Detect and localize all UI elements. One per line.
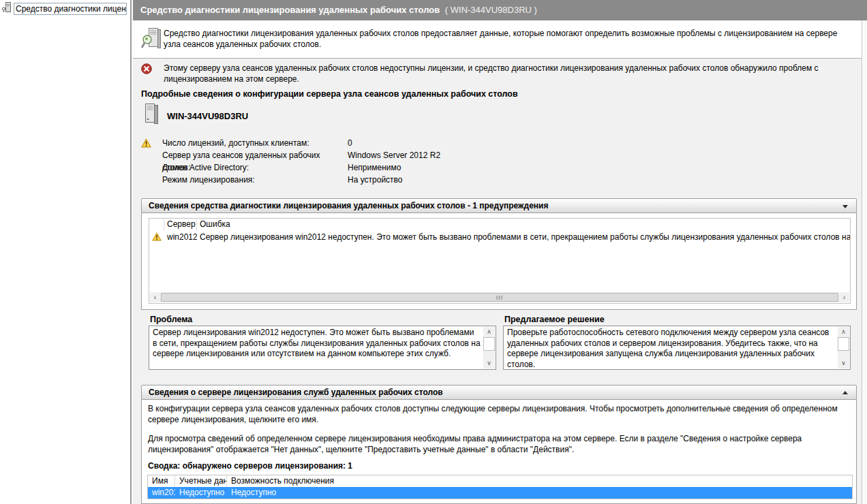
solution-textbox: Проверьте работоспособность сетевого под…	[503, 326, 851, 370]
problem-heading: Проблема	[150, 315, 192, 324]
prop-value: На устройство	[348, 174, 403, 186]
scrollbar-thumb[interactable]	[483, 337, 495, 351]
problem-textbox: Сервер лицензирования win2012 недоступен…	[149, 326, 496, 370]
console-tree-sidebar: Средство диагностики лиценз	[0, 0, 132, 504]
error-icon	[141, 63, 152, 76]
panel-title: Сведения средства диагностики лицензиров…	[149, 201, 548, 210]
cell-credentials: Недоступно	[175, 487, 227, 499]
license-server-panel-header[interactable]: Сведения о сервере лицензирования служб …	[141, 385, 857, 400]
table-row[interactable]: win2012 Сервер лицензирования win2012 не…	[149, 231, 850, 243]
prop-label: Домен Active Directory:	[162, 161, 348, 174]
column-header-name[interactable]: Имя	[148, 475, 175, 487]
scrollbar-thumb[interactable]: III	[161, 293, 838, 302]
problem-text: Сервер лицензирования win2012 недоступен…	[153, 328, 481, 360]
prop-label: Режим лицензирования:	[162, 174, 348, 186]
intro-panel: Средство диагностики лицензирования удал…	[133, 20, 862, 59]
license-summary: Сводка: обнаружено серверов лицензирован…	[148, 461, 352, 471]
diagnoser-tree-icon	[2, 2, 11, 15]
scroll-down-button[interactable]: ∨	[838, 358, 849, 368]
prop-row-licensing-mode: Режим лицензирования: На устройство	[141, 174, 577, 186]
prop-row-licenses: Число лицензий, доступных клиентам: 0	[141, 137, 577, 149]
error-banner: Этому серверу узла сеансов удаленных раб…	[141, 63, 857, 84]
column-header-credentials[interactable]: Учетные данные	[175, 475, 227, 487]
server-icon	[144, 103, 160, 127]
column-header-icon[interactable]	[149, 219, 164, 231]
prop-value: Неприменимо	[348, 161, 401, 174]
license-server-panel-body: В конфигурации сервера узла сеансов удал…	[141, 400, 857, 504]
prop-value: Windows Server 2012 R2	[348, 149, 440, 161]
solution-scrollbar: ∧ ∨	[838, 327, 849, 368]
diagnoser-info-panel-header[interactable]: Сведения средства диагностики лицензиров…	[141, 198, 857, 213]
content-header: Средство диагностики лицензирования удал…	[133, 0, 867, 20]
config-properties: Число лицензий, доступных клиентам: 0 Се…	[141, 137, 577, 186]
license-panel-paragraph-1: В конфигурации сервера узла сеансов удал…	[148, 404, 845, 425]
page-title: Средство диагностики лицензирования удал…	[140, 5, 440, 15]
problem-scrollbar: ∧ ∨	[483, 327, 495, 368]
tree-item-label: Средство диагностики лиценз	[14, 3, 127, 15]
chevron-up-icon	[842, 391, 848, 394]
license-servers-table-header: Имя Учетные данные Возможность подключен…	[148, 475, 852, 487]
page-title-server: ( WIN-344VU98D3RU )	[445, 5, 537, 15]
column-header-server[interactable]: Сервер	[164, 219, 197, 231]
chevron-down-icon	[842, 205, 848, 208]
cell-name: win2012	[148, 487, 175, 499]
column-header-error[interactable]: Ошибка	[197, 219, 850, 231]
license-servers-table: Имя Учетные данные Возможность подключен…	[147, 475, 853, 499]
diagnoser-server-search-icon	[140, 27, 162, 54]
warnings-table: Сервер Ошибка win2012 Сервер лицензирова…	[149, 218, 851, 304]
prop-value: 0	[348, 137, 352, 149]
solution-text: Проверьте работоспособность сетевого под…	[507, 328, 835, 370]
prop-label: Сервер узла сеансов удаленных рабочих ст…	[162, 149, 348, 161]
cell-error: Сервер лицензирования win2012 недоступен…	[197, 231, 850, 243]
diagnoser-info-panel-body: Сервер Ошибка win2012 Сервер лицензирова…	[141, 213, 857, 310]
config-section-heading: Подробные сведения о конфигурации сервер…	[141, 89, 518, 99]
vertical-scrollbar[interactable]	[862, 20, 867, 504]
prop-label: Число лицензий, доступных клиентам:	[162, 137, 348, 149]
scroll-down-button[interactable]: ∨	[483, 358, 495, 368]
tree-item-licensing-diagnoser[interactable]: Средство диагностики лиценз	[2, 2, 127, 15]
scrollbar-grip-icon: III	[496, 294, 504, 302]
server-name: WIN-344VU98D3RU	[167, 111, 248, 121]
intro-text: Средство диагностики лицензирования удал…	[164, 28, 849, 50]
diagnoser-info-panel: Сведения средства диагностики лицензиров…	[141, 198, 857, 310]
warning-icon	[141, 137, 162, 149]
cell-connectivity: Недоступно	[227, 487, 852, 499]
prop-row-host-os: Сервер узла сеансов удаленных рабочих ст…	[141, 149, 577, 161]
table-row-selected[interactable]: win2012 Недоступно Недоступно	[148, 487, 852, 499]
horizontal-scrollbar: ‹ III ›	[150, 292, 849, 302]
scroll-left-button[interactable]: ‹	[150, 292, 160, 302]
cell-server: win2012	[164, 231, 197, 243]
solution-heading: Предлагаемое решение	[504, 315, 605, 324]
column-header-connectivity[interactable]: Возможность подключения	[227, 475, 852, 487]
rd-licensing-diagnoser-window: Средство диагностики лиценз Средство диа…	[0, 0, 867, 504]
warnings-table-header: Сервер Ошибка	[149, 219, 850, 231]
panel-title: Сведения о сервере лицензирования служб …	[149, 388, 443, 397]
error-banner-text: Этому серверу узла сеансов удаленных раб…	[164, 63, 853, 84]
warning-icon	[149, 231, 164, 243]
scroll-right-button[interactable]: ›	[839, 292, 849, 302]
prop-row-ad-domain: Домен Active Directory: Неприменимо	[141, 161, 577, 174]
scroll-up-button[interactable]: ∧	[838, 327, 849, 337]
scrollbar-thumb[interactable]	[838, 337, 849, 351]
license-server-panel: Сведения о сервере лицензирования служб …	[141, 385, 857, 504]
scroll-up-button[interactable]: ∧	[483, 327, 495, 337]
license-panel-paragraph-2: Для просмотра сведений об определенном с…	[148, 434, 850, 455]
